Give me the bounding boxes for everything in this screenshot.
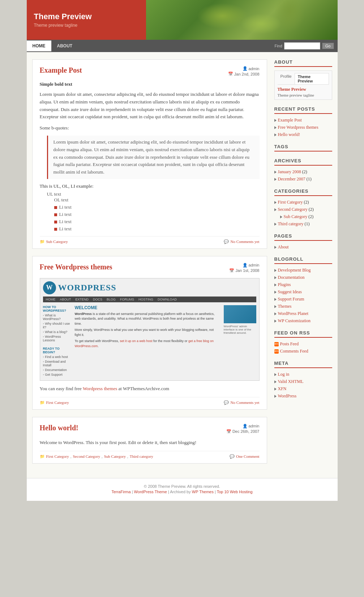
footer-link-top10hosting[interactable]: Top 10 Web Hosting — [217, 490, 253, 494]
post-comments-link-3[interactable]: One Comment — [236, 454, 259, 459]
blogroll-link-4[interactable]: Support Forum — [278, 297, 304, 302]
category-link-1[interactable]: Second Category — [278, 207, 308, 212]
header-nature-image — [146, 0, 338, 40]
feed-link-0[interactable]: Posts Feed — [280, 341, 299, 347]
archive-link-1[interactable]: December 2007 — [278, 176, 305, 182]
li-text-1: Li text — [59, 204, 72, 210]
blogroll-link-2[interactable]: Plugins — [278, 282, 291, 287]
wp-welcome-text: WordPress is a state-of-the-art semantic… — [75, 312, 221, 327]
meta-link-3[interactable]: WordPress — [278, 393, 297, 399]
chevron-icon — [274, 305, 277, 308]
meta-link-2[interactable]: XFN — [278, 386, 287, 392]
wp-setup-link[interactable]: set it up on a web host — [120, 339, 152, 343]
category-link-3[interactable]: Third category — [278, 221, 304, 227]
post-date-line: 📅 Jan 2nd, 2008 — [228, 72, 260, 76]
blogroll-link-0[interactable]: Development Blog — [278, 268, 311, 273]
meta-link-1[interactable]: Valid XHTML — [278, 379, 304, 384]
wp-sidebar-small: HOW TO WORDPRESS? ◦ What is WordPress? ◦… — [43, 305, 72, 378]
recent-post-link-1[interactable]: Free Wordpress themes — [278, 125, 318, 130]
footer-link-wp-theme[interactable]: WordPress Theme — [134, 490, 167, 494]
sidebar-category-0: First Category (2) — [274, 200, 332, 205]
nav-item-about[interactable]: ABOUT — [51, 40, 78, 51]
folder-icon: 📁 — [40, 239, 45, 244]
post-footer-category: 📁 Sub Category — [40, 239, 68, 244]
sidebar-blogroll: BLOGROLL Development Blog Documentation … — [274, 256, 332, 324]
sidebar-blogroll-5: Themes — [274, 304, 332, 309]
post-date-line-2: 📅 Jan 1st, 2008 — [229, 268, 259, 273]
footer-links: TerraFirma | WordPress Theme | Archived … — [30, 490, 334, 494]
category-link-sub[interactable]: Sub Category — [284, 214, 308, 219]
post-title[interactable]: Example Post — [40, 66, 82, 74]
nav-item-home[interactable]: HOME — [27, 40, 51, 51]
comment-icon-2: 💬 — [224, 400, 229, 405]
blogroll-link-1[interactable]: Documentation — [278, 275, 305, 280]
ol-item: OL text — [54, 197, 260, 203]
blogroll-link-6[interactable]: WordPress Planet — [278, 311, 309, 316]
footer-link-wp-themes[interactable]: WP Themes — [192, 490, 214, 494]
page-link-0[interactable]: About — [278, 244, 289, 250]
post-category-link[interactable]: Sub Category — [46, 239, 68, 244]
post-author: admin — [249, 67, 260, 71]
wp-nav-hosting: HOSTING — [138, 298, 153, 301]
profile-tab-profile[interactable]: Profile — [278, 73, 295, 84]
profile-tab-theme[interactable]: Theme Preview — [295, 73, 329, 84]
site-title[interactable]: Theme Preview — [34, 12, 139, 21]
post-comments-link-2[interactable]: No Comments yet — [230, 400, 259, 405]
search-input[interactable] — [284, 42, 320, 50]
post-blockquote: Lorem ipsum dolor sit amet, consectetur … — [47, 136, 260, 179]
sidebar-archive-1: December 2007 (1) — [274, 176, 332, 182]
footer-copyright: © 2008 Theme Preview. All rights reserve… — [30, 484, 334, 489]
post-cat-link-3a[interactable]: First Category — [46, 454, 69, 459]
chevron-icon — [274, 380, 277, 383]
sidebar-category-1: Second Category (2) — [274, 207, 332, 212]
main-nav: HOME ABOUT Find Go — [27, 40, 338, 52]
post-footer: 📁 Sub Category 💬 No Comments yet — [40, 236, 260, 244]
recent-post-link-0[interactable]: Example Post — [278, 118, 302, 123]
post-cat-link-3b[interactable]: Second Category — [73, 454, 100, 459]
li-item-1: Li text — [54, 204, 260, 210]
post-cat-link-3d[interactable]: Third category — [130, 454, 153, 459]
post-title-link-3[interactable]: Hello world! — [40, 424, 78, 432]
post-title-link[interactable]: Example Post — [40, 66, 82, 74]
li-item-4: Li text — [54, 226, 260, 232]
profile-content-sub: Theme preview tagline — [278, 93, 329, 97]
sidebar-recent-posts: RECENT POSTS Example Post Free Wordpress… — [274, 106, 332, 137]
feed-link-1[interactable]: Comments Feed — [280, 349, 308, 354]
category-link-0[interactable]: First Category — [278, 200, 303, 205]
post-footer-3: 📁 First Category , Second Category , Sub… — [40, 451, 260, 459]
blogroll-link-5[interactable]: Themes — [278, 304, 292, 309]
recent-post-link-2[interactable]: Hello world! — [278, 132, 300, 137]
footer-link-terrafirma[interactable]: TerraFirma — [111, 490, 130, 494]
chevron-icon — [274, 373, 277, 376]
li-item-3: Li text — [54, 219, 260, 225]
sidebar: ABOUT Profile Theme Preview Theme Previe… — [274, 59, 332, 471]
sidebar-feed: FEED ON RSS Posts Feed Comments Feed — [274, 330, 332, 354]
blogroll-link-7[interactable]: WP Customization — [278, 318, 311, 324]
post-footer-comments-2: 💬 No Comments yet — [224, 400, 259, 405]
post-title-3[interactable]: Hello world! — [40, 424, 78, 432]
post-comments-link[interactable]: No Comments yet — [230, 239, 259, 244]
li-bullet — [54, 213, 57, 216]
post-category-link-2[interactable]: First Category — [46, 400, 69, 405]
post-author-2: admin — [249, 263, 260, 267]
archive-link-0[interactable]: January 2008 — [278, 169, 301, 175]
meta-link-0[interactable]: Log in — [278, 372, 290, 377]
post-date-3: Dec 26th, 2007 — [232, 429, 260, 434]
folder-icon-3: 📁 — [40, 454, 45, 459]
search-button[interactable]: Go — [322, 43, 334, 49]
profile-box: Profile Theme Preview Theme Preview Them… — [274, 71, 332, 100]
post-title-link-2[interactable]: Free Wordpress themes — [40, 263, 112, 271]
sidebar-blogroll-7: WP Customization — [274, 318, 332, 324]
post-title-2[interactable]: Free Wordpress themes — [40, 263, 112, 271]
post-header: Example Post 👤 admin 📅 Jan 2nd, 2008 — [40, 66, 260, 77]
wp-themes-link[interactable]: Wordpress themes — [83, 386, 117, 391]
sidebar-pages: PAGES About — [274, 233, 332, 250]
post-cat-link-3c[interactable]: Sub Category — [104, 454, 126, 459]
blogroll-link-3[interactable]: Suggest Ideas — [278, 289, 302, 295]
sidebar-recent-posts-title: RECENT POSTS — [274, 106, 332, 114]
li-text-4: Li text — [59, 226, 72, 231]
sidebar-tags-title: TAGS — [274, 144, 332, 152]
wp-main-content: WELCOME WordPress is a state-of-the-art … — [75, 305, 221, 378]
wp-logo-text: WordPress — [58, 283, 116, 293]
wp-content-area: HOW TO WORDPRESS? ◦ What is WordPress? ◦… — [43, 305, 256, 378]
